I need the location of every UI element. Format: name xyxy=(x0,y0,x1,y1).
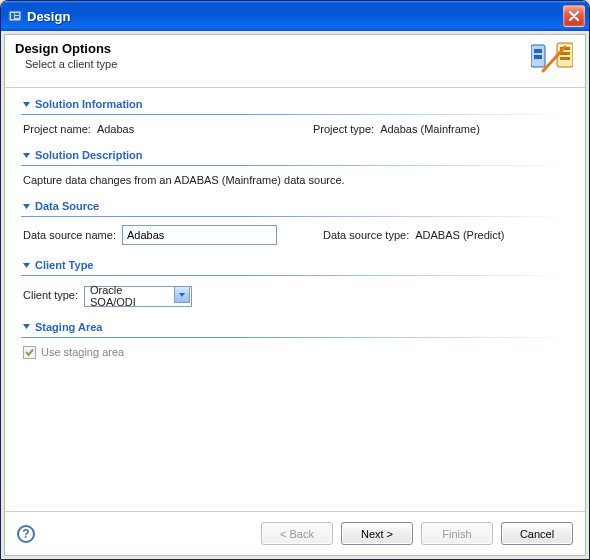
chevron-down-icon xyxy=(174,286,190,303)
section-header-client-type[interactable]: Client Type xyxy=(21,259,569,273)
section-solution-description: Solution Description Capture data change… xyxy=(21,149,569,186)
wizard-content: Solution Information Project name: Adaba… xyxy=(5,88,585,511)
section-rule xyxy=(21,165,569,166)
section-header-staging-area[interactable]: Staging Area xyxy=(21,321,569,335)
twisty-down-icon xyxy=(21,150,31,160)
window-title: Design xyxy=(23,9,563,24)
svg-rect-1 xyxy=(11,13,14,19)
svg-rect-3 xyxy=(15,16,19,18)
client-type-label: Client type: xyxy=(23,289,78,301)
twisty-down-icon xyxy=(21,201,31,211)
twisty-down-icon xyxy=(21,99,31,109)
section-rule xyxy=(21,216,569,217)
svg-rect-10 xyxy=(560,57,570,60)
svg-rect-6 xyxy=(534,55,542,59)
data-source-type-label: Data source type: xyxy=(323,229,409,241)
section-header-solution-description[interactable]: Solution Description xyxy=(21,149,569,163)
use-staging-area-label: Use staging area xyxy=(41,346,124,358)
next-button[interactable]: Next > xyxy=(341,522,413,545)
dialog-body: Design Options Select a client type xyxy=(4,34,586,556)
twisty-down-icon xyxy=(21,260,31,270)
close-icon xyxy=(568,11,580,21)
finish-button[interactable]: Finish xyxy=(421,522,493,545)
section-rule xyxy=(21,114,569,115)
wizard-header: Design Options Select a client type xyxy=(5,35,585,87)
back-button[interactable]: < Back xyxy=(261,522,333,545)
section-rule xyxy=(21,275,569,276)
section-header-solution-information[interactable]: Solution Information xyxy=(21,98,569,112)
section-client-type: Client Type Client type: Oracle SOA/ODI xyxy=(21,259,569,307)
wizard-footer: ? < Back Next > Finish Cancel xyxy=(5,511,585,555)
section-solution-information: Solution Information Project name: Adaba… xyxy=(21,98,569,135)
section-title: Solution Information xyxy=(35,98,143,110)
client-type-selected: Oracle SOA/ODI xyxy=(90,284,171,308)
header-graphic xyxy=(531,41,573,79)
cancel-button[interactable]: Cancel xyxy=(501,522,573,545)
data-source-type-value: ADABAS (Predict) xyxy=(415,229,504,241)
section-title: Client Type xyxy=(35,259,93,271)
data-source-name-input[interactable] xyxy=(122,225,277,245)
design-wizard-window: Design Design Options Select a client ty… xyxy=(0,0,590,560)
checkbox-icon xyxy=(23,346,36,359)
close-button[interactable] xyxy=(563,5,585,27)
solution-description-text: Capture data changes from an ADABAS (Mai… xyxy=(23,174,345,186)
svg-rect-5 xyxy=(534,49,542,53)
title-bar: Design xyxy=(1,1,589,31)
section-title: Staging Area xyxy=(35,321,102,333)
section-rule xyxy=(21,337,569,338)
app-icon xyxy=(7,8,23,24)
section-data-source: Data Source Data source name: Data sourc… xyxy=(21,200,569,245)
project-type-value: Adabas (Mainframe) xyxy=(380,123,480,135)
page-subtitle: Select a client type xyxy=(15,58,523,70)
project-type-label: Project type: xyxy=(313,123,374,135)
project-name-value: Adabas xyxy=(97,123,134,135)
section-title: Data Source xyxy=(35,200,99,212)
section-staging-area: Staging Area Use staging area xyxy=(21,321,569,359)
section-title: Solution Description xyxy=(35,149,143,161)
section-header-data-source[interactable]: Data Source xyxy=(21,200,569,214)
data-source-name-label: Data source name: xyxy=(23,229,116,241)
twisty-down-icon xyxy=(21,322,31,332)
svg-rect-2 xyxy=(15,13,19,15)
help-icon[interactable]: ? xyxy=(17,525,35,543)
client-type-select[interactable]: Oracle SOA/ODI xyxy=(84,284,192,307)
project-name-label: Project name: xyxy=(23,123,91,135)
page-title: Design Options xyxy=(15,41,523,56)
use-staging-area-checkbox: Use staging area xyxy=(23,346,567,359)
